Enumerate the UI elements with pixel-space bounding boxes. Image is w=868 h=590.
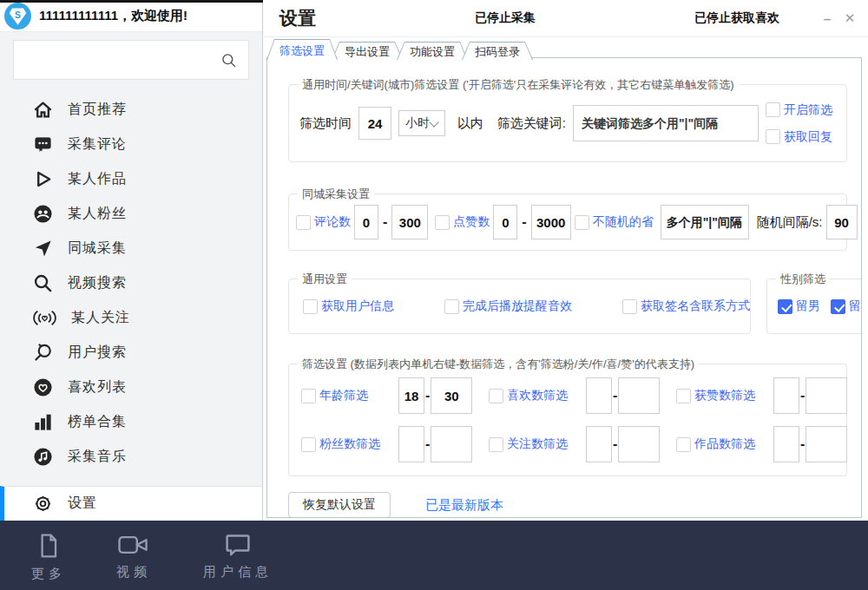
sidebar: S 111111111111，欢迎使用! 首页推荐 采集评论 某人作品 某人粉丝 <box>0 0 263 521</box>
keep-female-checkbox[interactable]: 留女 <box>831 298 862 314</box>
data-filter-legend: 筛选设置 (数据列表内单机右键-数据筛选，含有'筛选粉/关/作/喜/赞'的代表支… <box>298 357 699 372</box>
likes-status-text: 已停止获取喜欢 <box>694 10 779 26</box>
praise-count-max-input[interactable] <box>806 377 847 414</box>
page-title: 设置 <box>279 6 316 30</box>
sidebar-item-user-search[interactable]: 用户搜索 <box>0 335 262 370</box>
restore-defaults-button[interactable]: 恢复默认设置 <box>288 492 391 518</box>
range-separator: - <box>612 436 618 452</box>
like-min-input[interactable] <box>493 205 517 239</box>
gear-icon <box>33 494 53 514</box>
praise-count-filter-group: 获赞数筛选 - <box>676 377 862 414</box>
close-button[interactable]: ✕ <box>838 10 861 26</box>
bottom-actions: 恢复默认设置 已是最新版本 <box>288 492 861 518</box>
get-replies-checkbox[interactable]: 获取回复 <box>766 129 832 145</box>
sidebar-item-user-fans[interactable]: 某人粉丝 <box>0 196 262 231</box>
ranking-bars-icon <box>33 412 53 432</box>
user-search-icon <box>33 343 53 363</box>
fans-icon <box>33 204 53 224</box>
praise-count-min-input[interactable] <box>773 377 799 414</box>
range-separator: - <box>799 436 806 452</box>
fans-count-max-input[interactable] <box>431 426 472 462</box>
follow-count-min-input[interactable] <box>586 426 612 462</box>
sidebar-item-ranking-collection[interactable]: 榜单合集 <box>0 404 262 439</box>
sidebar-item-collect-music[interactable]: 采集音乐 <box>0 439 262 474</box>
age-filter-checkbox[interactable]: 年龄筛选 <box>301 388 398 403</box>
follow-broadcast-icon <box>33 309 56 327</box>
sidebar-item-collect-comments[interactable]: 采集评论 <box>0 127 262 161</box>
comment-min-input[interactable] <box>354 205 378 239</box>
filter-keyword-input[interactable] <box>573 105 759 141</box>
range-separator: - <box>799 388 806 403</box>
filter-keyword-label: 筛选关键词: <box>497 115 566 132</box>
filter-settings-page: 通用时间/关键词(城市)筛选设置 ('开启筛选'只在采集评论有效，其它右键菜单触… <box>266 57 862 518</box>
province-input[interactable] <box>661 205 749 239</box>
keep-male-checkbox[interactable]: 留男 <box>778 298 820 314</box>
video-camera-icon <box>117 532 150 558</box>
sidebar-header: S 111111111111，欢迎使用! <box>0 0 262 32</box>
sidebar-item-user-works[interactable]: 某人作品 <box>0 161 262 196</box>
time-keyword-legend: 通用时间/关键词(城市)筛选设置 ('开启筛选'只在采集评论有效，其它右键菜单触… <box>298 77 739 93</box>
location-arrow-icon <box>33 239 53 259</box>
chevron-down-icon <box>429 117 438 127</box>
follow-count-filter-checkbox[interactable]: 关注数筛选 <box>489 436 586 452</box>
tab-function-settings[interactable]: 功能设置 <box>397 42 468 60</box>
likes-count-min-input[interactable] <box>586 377 612 414</box>
likes-count-filter-group: 喜欢数筛选 - <box>489 377 676 414</box>
sidebar-item-home-feed[interactable]: 首页推荐 <box>0 92 262 127</box>
sidebar-item-city-collect[interactable]: 同城采集 <box>0 231 262 266</box>
latest-version-link[interactable]: 已是最新版本 <box>425 497 503 514</box>
praise-count-filter-checkbox[interactable]: 获赞数筛选 <box>676 388 773 403</box>
random-interval-input[interactable] <box>826 205 858 239</box>
sidebar-item-video-search[interactable]: 视频搜索 <box>0 266 262 300</box>
fans-count-filter-group: 粉丝数筛选 - <box>301 426 489 462</box>
age-max-input[interactable] <box>431 377 472 414</box>
play-sound-checkbox[interactable]: 完成后播放提醒音效 <box>444 298 572 314</box>
toolbar-item-user-info[interactable]: 用户信息 <box>203 532 273 590</box>
range-separator: - <box>521 214 527 230</box>
general-gender-row: 通用设置 获取用户信息 完成后播放提醒音效 获取签名含联系方式 性别筛选 <box>288 279 847 334</box>
minimize-button[interactable]: – <box>816 11 838 26</box>
toolbar-item-video[interactable]: 视频 <box>116 532 151 590</box>
age-min-input[interactable] <box>398 377 424 414</box>
like-max-input[interactable] <box>531 205 571 239</box>
fans-count-filter-checkbox[interactable]: 粉丝数筛选 <box>301 436 398 452</box>
likes-icon <box>33 377 53 397</box>
comment-count-checkbox[interactable]: 评论数 <box>296 214 351 230</box>
window-top-border <box>0 0 263 3</box>
gender-filter-fieldset: 性别筛选 留男 留女 其它 <box>766 279 862 334</box>
welcome-text: 111111111111，欢迎使用! <box>39 8 187 24</box>
search-icon[interactable] <box>220 52 237 69</box>
filter-time-input[interactable] <box>358 107 391 140</box>
tab-qr-login[interactable]: 扫码登录 <box>462 42 533 60</box>
time-unit-select[interactable]: 小时 <box>398 110 445 136</box>
range-separator: - <box>612 388 618 403</box>
no-random-province-checkbox[interactable]: 不随机的省 <box>575 214 654 230</box>
file-icon <box>36 532 62 560</box>
sidebar-search-box <box>13 40 249 80</box>
like-count-checkbox[interactable]: 点赞数 <box>435 214 490 230</box>
get-user-info-checkbox[interactable]: 获取用户信息 <box>303 298 394 314</box>
likes-count-max-input[interactable] <box>618 377 660 414</box>
data-filter-fieldset: 筛选设置 (数据列表内单机右键-数据筛选，含有'筛选粉/关/作/喜/赞'的代表支… <box>288 364 847 476</box>
follow-count-max-input[interactable] <box>618 426 660 462</box>
tab-filter-settings[interactable]: 筛选设置 <box>266 39 338 60</box>
likes-count-filter-checkbox[interactable]: 喜欢数筛选 <box>489 388 586 403</box>
tab-export-settings[interactable]: 导出设置 <box>332 42 403 60</box>
toolbar-item-more[interactable]: 更多 <box>31 532 66 590</box>
works-count-max-input[interactable] <box>806 426 847 462</box>
sidebar-item-user-follows[interactable]: 某人关注 <box>0 300 262 335</box>
works-count-filter-checkbox[interactable]: 作品数筛选 <box>676 436 773 452</box>
signature-contact-checkbox[interactable]: 获取签名含联系方式 <box>622 298 750 314</box>
works-count-min-input[interactable] <box>773 426 799 462</box>
data-filter-row-2: 粉丝数筛选 - 关注数筛选 - <box>289 420 846 469</box>
fans-count-min-input[interactable] <box>398 426 424 462</box>
search-input[interactable] <box>14 41 220 79</box>
sidebar-item-settings[interactable]: 设置 <box>0 486 262 521</box>
filter-time-label: 筛选时间 <box>299 115 352 132</box>
sidebar-item-likes-list[interactable]: 喜欢列表 <box>0 370 262 404</box>
home-icon <box>33 100 53 120</box>
main-panel: 设置 已停止采集 已停止获取喜欢 – ✕ 筛选设置 导出设置 功能设置 扫码登录… <box>264 0 868 521</box>
collect-status-text: 已停止采集 <box>475 10 536 26</box>
enable-filter-checkbox[interactable]: 开启筛选 <box>766 102 832 118</box>
comment-max-input[interactable] <box>391 205 428 239</box>
